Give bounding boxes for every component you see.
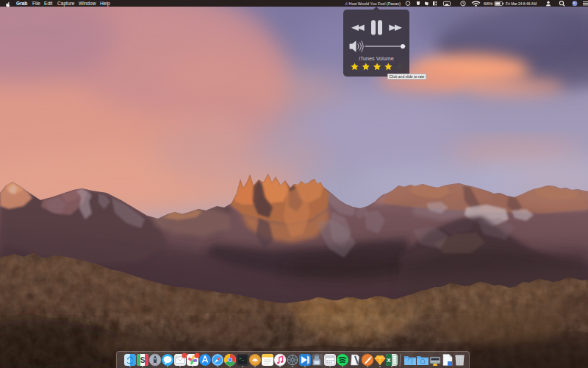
svg-text:68%: 68% — [484, 1, 493, 6]
svg-text:S: S — [140, 356, 146, 364]
svg-text:File: File — [32, 1, 40, 6]
svg-text:Window: Window — [79, 1, 96, 6]
svg-text:Grab: Grab — [16, 1, 27, 6]
svg-text:Capture: Capture — [57, 1, 75, 7]
svg-text:Edit: Edit — [44, 1, 53, 6]
svg-text:X: X — [387, 357, 391, 364]
svg-text:Help: Help — [100, 1, 110, 7]
svg-text:>_: >_ — [239, 356, 245, 361]
svg-text:♫ How Would You Feel (Paean): ♫ How Would You Feel (Paean) — [345, 1, 401, 6]
svg-text:iTunes Volume: iTunes Volume — [359, 55, 393, 62]
svg-text:Fri Mar 24 8:46 AM: Fri Mar 24 8:46 AM — [506, 1, 537, 6]
